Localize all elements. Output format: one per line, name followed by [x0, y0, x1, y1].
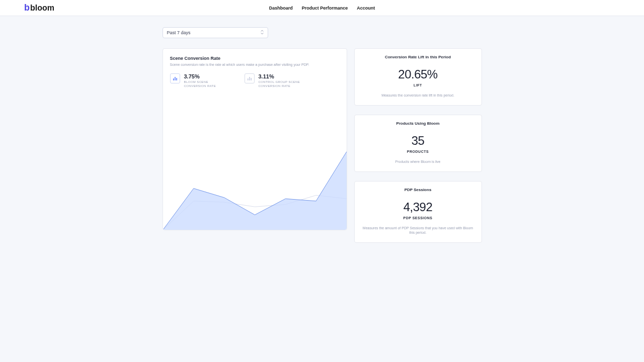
sessions-card: PDP Sessions 4,392 PDP SESSIONS Measures… — [354, 181, 482, 243]
main-nav: Dashboard Product Performance Account — [269, 6, 375, 11]
date-range-value: Past 7 days — [167, 30, 191, 35]
products-desc: Products where Bloom is live — [362, 159, 474, 164]
conversion-chart — [163, 88, 347, 230]
sessions-desc: Measures the amount of PDP Sessions that… — [362, 226, 474, 236]
sessions-value: 4,392 — [362, 200, 474, 214]
logo-icon: b — [24, 3, 30, 13]
brand-name: bloom — [30, 4, 54, 13]
metric-bloom-label: BLOOM SCENE CONVERSION RATE — [184, 80, 229, 88]
products-value: 35 — [362, 134, 474, 148]
chevron-up-down-icon — [261, 30, 264, 36]
lift-card: Conversion Rate Lift in this Period 20.6… — [354, 48, 482, 106]
chart-subtitle: Scene conversion rate is the rate at whi… — [170, 63, 340, 66]
chart-title: Scene Conversion Rate — [170, 56, 340, 61]
sessions-title: PDP Sessions — [362, 188, 474, 192]
svg-rect-0 — [173, 78, 174, 80]
nav-account[interactable]: Account — [357, 6, 375, 11]
sessions-unit: PDP SESSIONS — [362, 216, 474, 220]
metric-control: 3.11% CONTROL GROUP SCENE CONVERSION RAT… — [245, 73, 304, 88]
svg-rect-2 — [176, 78, 177, 80]
metric-control-label: CONTROL GROUP SCENE CONVERSION RATE — [259, 80, 304, 88]
svg-rect-5 — [251, 78, 252, 80]
app-header: bbloom Dashboard Product Performance Acc… — [0, 0, 644, 16]
nav-product-performance[interactable]: Product Performance — [302, 6, 348, 11]
lift-title: Conversion Rate Lift in this Period — [362, 55, 474, 59]
metric-bloom-value: 3.75% — [184, 73, 229, 79]
metric-control-value: 3.11% — [259, 73, 304, 79]
lift-unit: LIFT — [362, 83, 474, 87]
date-range-select[interactable]: Past 7 days — [163, 27, 268, 38]
svg-rect-1 — [175, 77, 176, 80]
svg-rect-3 — [248, 78, 249, 80]
products-card: Products Using Bloom 35 PRODUCTS Product… — [354, 115, 482, 172]
bar-chart-icon — [245, 73, 255, 83]
nav-dashboard[interactable]: Dashboard — [269, 6, 293, 11]
metric-bloom: 3.75% BLOOM SCENE CONVERSION RATE — [170, 73, 229, 88]
scene-conversion-card: Scene Conversion Rate Scene conversion r… — [163, 48, 347, 230]
products-unit: PRODUCTS — [362, 150, 474, 153]
svg-rect-4 — [249, 77, 250, 80]
brand-logo: bbloom — [24, 3, 54, 13]
lift-desc: Measures the conversion rate lift in thi… — [362, 93, 474, 98]
main-content: Past 7 days Scene Conversion Rate Scene … — [0, 16, 644, 243]
lift-value: 20.65% — [362, 67, 474, 81]
products-title: Products Using Bloom — [362, 121, 474, 126]
bar-chart-icon — [170, 73, 180, 83]
